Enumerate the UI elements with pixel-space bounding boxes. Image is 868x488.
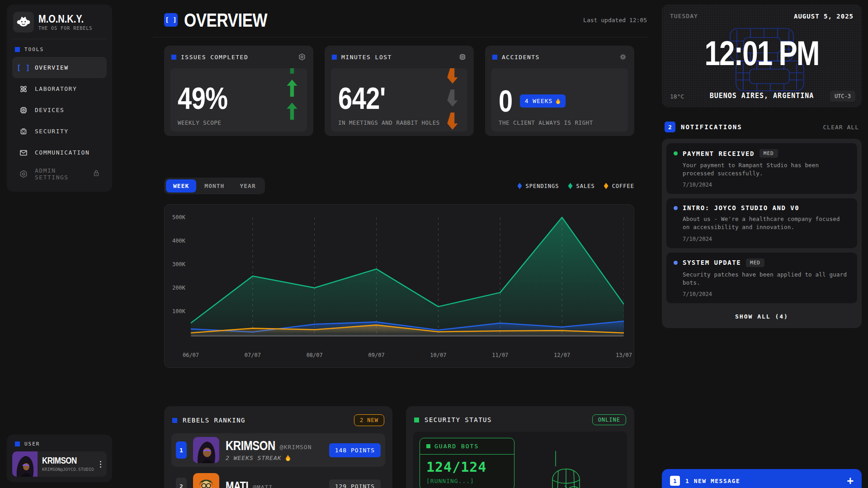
notification-intro[interactable]: INTRO: JOYCO STUDIO AND V0 About us - We… — [666, 198, 857, 248]
sidebar-item-label: OVERVIEW — [35, 64, 69, 71]
green-square-icon — [426, 444, 430, 448]
hexnut-icon — [19, 169, 28, 178]
mati-avatar — [193, 473, 219, 488]
status-dot — [674, 206, 678, 210]
rank-name: KRIMSON — [226, 437, 275, 453]
guard-bots-state: [RUNNING...] — [426, 478, 508, 484]
clear-all-button[interactable]: CLEAR ALL — [823, 124, 859, 131]
message-count-badge: 1 — [670, 476, 680, 486]
sidebar-item-label: DEVICES — [35, 107, 64, 113]
sidebar-item-admin-settings[interactable]: ADMIN SETTINGS — [12, 163, 107, 184]
tab-year[interactable]: YEAR — [232, 179, 263, 192]
stat-title: ACCIDENTS — [502, 54, 540, 61]
notifications-panel: PAYMENT RECEIVED MED Your payment to Ram… — [662, 139, 862, 328]
section-bullet — [15, 47, 20, 52]
y-axis-tick: 300K — [172, 261, 185, 267]
section-bullet — [15, 441, 20, 446]
sidebar-item-label: COMMUNICATION — [35, 149, 90, 156]
stat-subtitle: THE CLIENT ALWAYS IS RIGHT — [499, 119, 593, 126]
clock-timezone: UTC-3 — [830, 91, 855, 102]
stat-subtitle: WEEKLY SCOPE — [178, 119, 221, 126]
rank-number: 1 — [176, 441, 187, 459]
clock-time: 12:01 PM — [705, 33, 819, 73]
new-message-bar[interactable]: 1 1 NEW MESSAGE + — [662, 469, 862, 488]
x-axis-tick: 13/07 — [616, 352, 632, 358]
ranking-header: REBELS RANKING 2 NEW — [171, 413, 385, 431]
stat-bullet — [332, 55, 337, 60]
main-content: [ ] OVERVIEW Last updated 12:05 ISSUES C… — [153, 0, 648, 488]
notification-body: About us - We're a healthcare company fo… — [683, 215, 850, 231]
user-section-header: USER — [15, 441, 104, 447]
stat-bullet — [171, 55, 176, 60]
x-axis-tick: 07/07 — [245, 352, 261, 358]
streak-badge: 4 WEEKS — [520, 94, 566, 108]
mail-icon — [19, 148, 28, 157]
trend-up-arrows-icon — [284, 68, 300, 120]
sidebar-item-laboratory[interactable]: LABORATORY — [12, 78, 107, 99]
diamond-icon — [517, 183, 522, 189]
hexnut-gear-icon[interactable] — [298, 53, 306, 61]
y-axis-tick: 100K — [172, 308, 185, 314]
status-dot — [674, 261, 678, 265]
clock-day: TUESDAY — [670, 13, 698, 19]
legend-spendings[interactable]: SPENDINGS — [517, 183, 559, 189]
diamond-icon — [604, 183, 609, 189]
priority-badge: MED — [746, 258, 764, 267]
stat-card-minutes-lost: MINUTES LOST 642' IN MEETINGS AND RABBIT… — [325, 46, 474, 136]
sidebar-item-devices[interactable]: DEVICES — [12, 99, 107, 121]
status-dot — [674, 151, 678, 155]
legend-coffee[interactable]: COFFEE — [604, 183, 634, 189]
bottom-row: REBELS RANKING 2 NEW 1 KRIMSON @KRIMSON — [164, 406, 634, 488]
priority-badge: MED — [760, 149, 778, 158]
y-axis-tick: 200K — [172, 285, 185, 291]
x-axis-tick: 11/07 — [492, 352, 508, 358]
sidebar-item-communication[interactable]: COMMUNICATION — [12, 142, 107, 163]
y-axis-tick: 500K — [172, 214, 185, 221]
notifications-header: 2 NOTIFICATIONS CLEAR ALL — [665, 122, 859, 132]
message-label: 1 NEW MESSAGE — [685, 478, 740, 484]
notification-payment-received[interactable]: PAYMENT RECEIVED MED Your payment to Ram… — [666, 143, 857, 194]
page-title: OVERVIEW — [184, 9, 267, 31]
brackets-icon: [ ] — [19, 64, 28, 72]
clock-card: TUESDAY AUGUST 5, 2025 12:01 PM 18°C BUE… — [662, 5, 862, 107]
security-status-card: SECURITY STATUS ONLINE GUARD BOTS 124/12… — [406, 406, 634, 488]
chip-gear-icon[interactable] — [458, 53, 467, 61]
user-menu-button[interactable] — [98, 459, 103, 469]
notifications-count-badge: 2 — [665, 122, 675, 132]
app-name: M.O.N.K.Y. — [38, 13, 84, 25]
sidebar-item-label: SECURITY — [35, 128, 69, 135]
app-logo: M.O.N.K.Y. THE OS FOR REBELS — [12, 11, 107, 39]
user-profile[interactable]: KRIMSON KRIMSON@JOYCO.STUDIO — [12, 451, 107, 477]
plus-icon[interactable]: + — [847, 475, 854, 486]
range-tabs: WEEK MONTH YEAR — [164, 178, 265, 194]
notification-system-update[interactable]: SYSTEM UPDATE MED Security patches have … — [666, 253, 857, 303]
notification-body: Security patches have been applied to al… — [683, 271, 850, 287]
sidebar-item-security[interactable]: SECURITY — [12, 121, 107, 142]
app-root: M.O.N.K.Y. THE OS FOR REBELS TOOLS [ ] O… — [0, 0, 868, 488]
notification-title: INTRO: JOYCO STUDIO AND V0 — [683, 204, 799, 211]
header-divider — [153, 37, 648, 38]
area-chart[interactable]: 500K400K300K200K100K 06/0707/0708/0709/0… — [191, 215, 624, 347]
page-header: [ ] OVERVIEW Last updated 12:05 — [153, 0, 648, 29]
x-axis-tick: 09/07 — [368, 352, 385, 358]
stat-header: ISSUES COMPLETED — [170, 51, 307, 63]
security-bullet — [414, 418, 419, 422]
flame-icon — [556, 98, 561, 104]
right-sidebar: TUESDAY AUGUST 5, 2025 12:01 PM 18°C BUE… — [662, 5, 862, 328]
rank-number: 2 — [176, 478, 187, 488]
ranking-row-1[interactable]: 1 KRIMSON @KRIMSON 2 WEEKS STREAK — [171, 433, 385, 467]
sidebar-item-overview[interactable]: [ ] OVERVIEW — [12, 57, 107, 78]
ranking-row-2[interactable]: 2 MATI @MATI 129 POINTS — [171, 469, 385, 488]
show-all-button[interactable]: SHOW ALL (4) — [666, 308, 857, 324]
tab-week[interactable]: WEEK — [166, 179, 196, 192]
tools-section-header: TOOLS — [15, 47, 104, 52]
cog-icon[interactable] — [619, 53, 627, 61]
last-updated: Last updated 12:05 — [583, 17, 648, 23]
legend-sales[interactable]: SALES — [568, 183, 595, 189]
user-name: KRIMSON — [42, 455, 77, 466]
x-axis-tick: 10/07 — [430, 352, 446, 358]
rank-streak: 2 WEEKS STREAK — [226, 455, 323, 461]
stat-header: MINUTES LOST — [331, 51, 467, 63]
online-badge: ONLINE — [592, 414, 626, 425]
tab-month[interactable]: MONTH — [197, 179, 231, 192]
